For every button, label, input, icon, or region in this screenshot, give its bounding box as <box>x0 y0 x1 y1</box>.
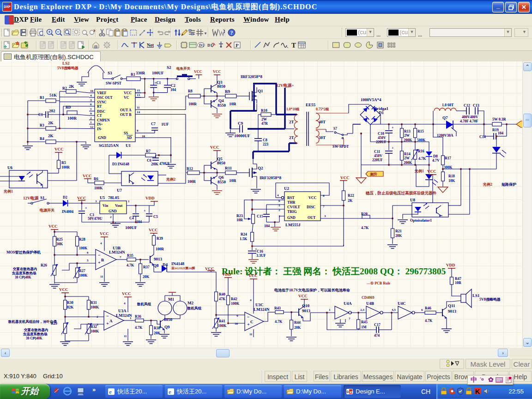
svg-text:5W 0.3R: 5W 0.3R <box>492 117 506 121</box>
svg-text:R42: R42 <box>231 297 237 301</box>
svg-text:450V: 450V <box>378 136 386 140</box>
svg-text:2K: 2K <box>48 121 54 125</box>
svg-text:20K: 20K <box>151 162 158 166</box>
svg-text:D8: D8 <box>433 154 438 158</box>
svg-text:8550: 8550 <box>218 103 226 108</box>
svg-text:VCC: VCC <box>340 175 350 180</box>
svg-text:1: 1 <box>90 121 92 124</box>
svg-text:IN-: IN- <box>97 127 102 131</box>
svg-text:5V8强蜂鸣器: 5V8强蜂鸣器 <box>57 66 79 70</box>
svg-text:S2: S2 <box>167 65 171 70</box>
svg-text:400V400V: 400V400V <box>462 115 478 119</box>
svg-text:P: P <box>236 42 239 48</box>
svg-text:CD4069: CD4069 <box>362 296 375 300</box>
svg-text:1000V5A*4: 1000V5A*4 <box>361 97 381 102</box>
svg-text:R35: R35 <box>127 254 133 258</box>
svg-text:CT: CT <box>97 114 102 118</box>
svg-text:R20: R20 <box>361 212 368 216</box>
svg-text:D1: D1 <box>379 110 384 115</box>
svg-text:稳压，防止后级电压过高损坏后级元器件: 稳压，防止后级电压过高损坏后级元器件 <box>365 191 437 195</box>
svg-text:VDD: VDD <box>145 196 155 200</box>
svg-text:C7: C7 <box>151 122 156 126</box>
svg-text:4.7K: 4.7K <box>418 157 426 161</box>
svg-text:100R: 100R <box>156 247 164 251</box>
svg-text:U8: U8 <box>410 198 415 202</box>
svg-text:Net: Net <box>147 42 154 48</box>
svg-text:9: 9 <box>90 112 92 115</box>
svg-text:40T: 40T <box>319 120 326 124</box>
svg-text:100R: 100R <box>67 116 77 121</box>
svg-text:VCC: VCC <box>210 145 219 150</box>
svg-text:12: 12 <box>90 125 94 129</box>
svg-text:100R: 100R <box>187 180 196 184</box>
svg-text:9013: 9013 <box>448 309 457 314</box>
svg-text:C5: C5 <box>153 215 158 219</box>
svg-text:U1: U1 <box>126 143 131 148</box>
svg-text:VCC: VCC <box>48 224 58 229</box>
svg-text:C8: C8 <box>263 138 267 142</box>
svg-text:CMPEN: CMPEN <box>97 118 110 122</box>
svg-text:3.3UF: 3.3UF <box>256 254 266 258</box>
svg-text:10R: 10R <box>229 178 236 183</box>
svg-text:C14: C14 <box>479 135 486 139</box>
svg-text:5: 5 <box>278 204 280 207</box>
svg-text:+: + <box>98 260 101 265</box>
svg-text:100K: 100K <box>91 329 99 333</box>
svg-text:4: 4 <box>100 242 102 245</box>
svg-text:光例1: 光例1 <box>414 169 424 173</box>
svg-text:R24: R24 <box>241 232 247 236</box>
svg-text:100UF: 100UF <box>125 225 137 230</box>
svg-text:LM324N: LM324N <box>109 250 125 254</box>
svg-text:VCC: VCC <box>122 291 131 296</box>
svg-text:U4B: U4B <box>366 301 374 306</box>
svg-text:6: 6 <box>87 251 89 254</box>
svg-text:K: K <box>475 388 480 395</box>
svg-text:SD: SD <box>127 136 132 140</box>
svg-text:VCC: VCC <box>124 91 132 95</box>
svg-text:R30: R30 <box>67 301 73 305</box>
svg-text:RT: RT <box>97 104 102 109</box>
svg-text:4: 4 <box>277 193 279 197</box>
svg-text:100K: 100K <box>79 273 88 278</box>
svg-text:R1: R1 <box>131 73 135 77</box>
svg-text:1M: 1M <box>361 325 367 329</box>
svg-text:7: 7 <box>120 255 121 259</box>
svg-text:9: 9 <box>236 314 238 318</box>
svg-text:VCC: VCC <box>54 147 64 151</box>
svg-text:82K: 82K <box>67 305 74 309</box>
svg-text:2: 2 <box>90 116 92 120</box>
svg-text:R44: R44 <box>294 320 301 325</box>
svg-text:负温度系数热场: 负温度系数热场 <box>23 332 48 336</box>
svg-text:5: 5 <box>87 259 89 262</box>
svg-text:4.7K: 4.7K <box>127 263 134 267</box>
svg-text:11: 11 <box>249 332 253 336</box>
svg-text:U6: U6 <box>7 165 12 170</box>
svg-text:+: + <box>85 206 87 210</box>
svg-text:100K: 100K <box>231 302 240 306</box>
svg-text:10R: 10R <box>229 102 236 106</box>
svg-text:8050: 8050 <box>217 161 226 165</box>
svg-text:Q2: Q2 <box>258 166 263 170</box>
svg-text:474: 474 <box>374 333 380 338</box>
svg-text:10: 10 <box>235 322 238 326</box>
svg-text:LM324N: LM324N <box>254 307 270 312</box>
svg-text:R23: R23 <box>236 214 243 218</box>
svg-text:VCC: VCC <box>298 294 308 298</box>
svg-text:100K: 100K <box>79 246 88 250</box>
svg-text:LM555J: LM555J <box>285 223 301 227</box>
svg-text:R37: R37 <box>143 265 150 269</box>
svg-text:Q11: Q11 <box>448 303 455 308</box>
svg-text:2K: 2K <box>348 199 353 203</box>
svg-text:C13: C13 <box>473 103 479 108</box>
svg-text:THR: THR <box>287 200 296 205</box>
svg-text:OUT: OUT <box>308 216 316 220</box>
svg-text:U3A: U3A <box>118 308 127 313</box>
svg-text:1UF: 1UF <box>161 122 169 127</box>
svg-text:4: 4 <box>250 298 252 302</box>
svg-text:VDD: VDD <box>446 263 455 267</box>
svg-text:VCC: VCC <box>213 70 221 74</box>
svg-text:R47: R47 <box>455 277 461 281</box>
svg-text:A: A <box>109 319 113 323</box>
svg-text:D: D <box>347 390 349 393</box>
svg-text:10000UF: 10000UF <box>234 133 250 138</box>
